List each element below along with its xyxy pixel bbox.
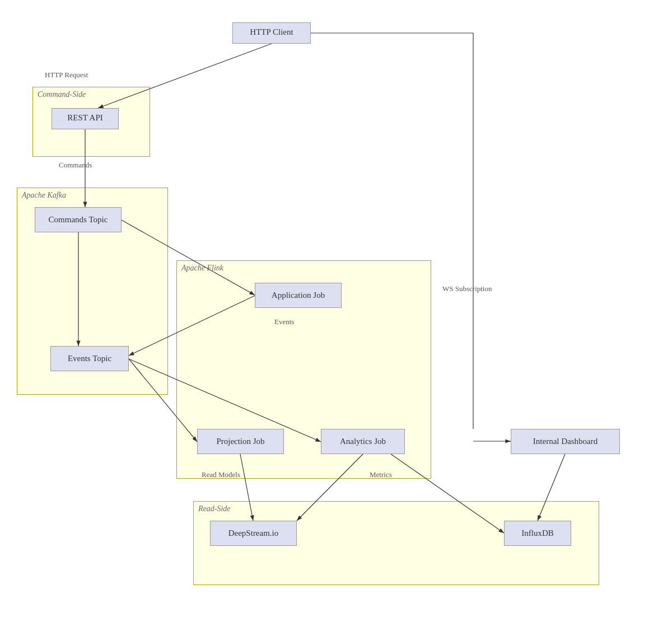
- node-http-client: HTTP Client: [232, 22, 311, 44]
- node-events-topic: Events Topic: [50, 346, 129, 371]
- node-projection-job: Projection Job: [197, 429, 284, 454]
- label-read-models: Read Models: [202, 470, 240, 479]
- node-analytics-job: Analytics Job: [321, 429, 405, 454]
- group-label-apache-kafka: Apache Kafka: [22, 191, 66, 200]
- node-commands-topic: Commands Topic: [35, 207, 122, 232]
- label-ws-subscription: WS Subscription: [442, 284, 492, 293]
- group-label-command-side: Command-Side: [38, 90, 86, 99]
- label-http-request: HTTP Request: [45, 71, 88, 80]
- node-deepstream: DeepStream.io: [210, 521, 297, 546]
- node-influxdb: InfluxDB: [504, 521, 571, 546]
- label-events: Events: [274, 317, 294, 326]
- group-label-read-side: Read-Side: [198, 504, 231, 513]
- label-commands: Commands: [59, 161, 92, 170]
- group-label-apache-flink: Apache Flink: [181, 264, 223, 273]
- node-application-job: Application Job: [255, 283, 342, 308]
- diagram-container: Command-Side Apache Kafka Apache Flink R…: [0, 0, 672, 617]
- label-metrics: Metrics: [370, 470, 392, 479]
- node-internal-dashboard: Internal Dashboard: [511, 429, 620, 454]
- node-rest-api: REST API: [52, 108, 119, 129]
